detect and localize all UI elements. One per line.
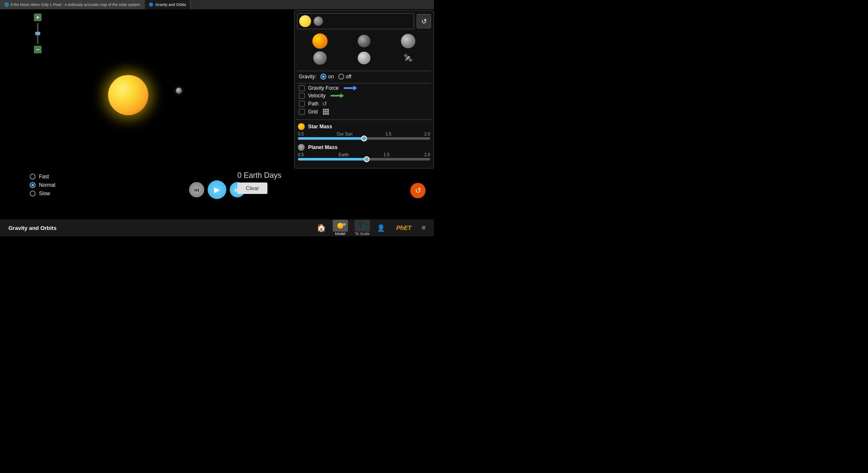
star-mass-max15-label: 1.5	[386, 132, 392, 136]
path-row[interactable]: Path ↺	[299, 100, 429, 107]
model-planet-mini	[343, 223, 345, 226]
object-option-planet2[interactable]	[401, 34, 415, 48]
gravity-label: Gravity:	[299, 74, 316, 80]
reload-icon-button[interactable]: ↺	[410, 183, 426, 198]
panel-separator-2	[297, 83, 431, 83]
grid-label: Grid	[308, 109, 318, 115]
model-label: Model	[335, 232, 346, 236]
object-option-planet4[interactable]	[358, 52, 370, 64]
zoom-in-button[interactable]: +	[34, 14, 42, 21]
control-panel: ↺ 🛰 Gravity:	[294, 10, 434, 121]
speed-fast-radio[interactable]	[30, 174, 36, 180]
tab-moon-pixel[interactable]: 🌐 If the Moon Were Only 1 Pixel - A tedi…	[0, 0, 145, 9]
browser-tabs-bar: 🌐 If the Moon Were Only 1 Pixel - A tedi…	[0, 0, 434, 9]
mass-section: Star Mass 0.5 Our Sun 1.5 2.0 Planet Mas…	[294, 119, 434, 169]
speed-slow-label: Slow	[39, 191, 50, 196]
zoom-controls: + −	[34, 14, 42, 53]
app-title: Gravity and Orbits	[8, 225, 56, 231]
star-mass-slider-handle[interactable]	[361, 136, 367, 141]
gravity-force-label: Gravity Force	[308, 85, 339, 91]
object-option-satellite[interactable]: 🛰	[401, 50, 416, 66]
bottom-nav-bar: Gravity and Orbits 🏠 Model 🌑 To Scale 👤 …	[0, 219, 434, 236]
gravity-on-radio[interactable]	[320, 74, 326, 80]
velocity-row[interactable]: Velocity	[299, 93, 429, 99]
star-mass-slider-track[interactable]	[298, 137, 430, 140]
star-mass-slider-fill	[298, 137, 364, 140]
gravity-on-label: on	[328, 74, 334, 80]
gravity-on-group[interactable]: on	[320, 74, 334, 80]
object-options-grid: 🛰	[297, 32, 431, 67]
tab-gravity-orbits-label: Gravity and Orbits	[155, 3, 186, 7]
gravity-toggle-row: Gravity: on off	[297, 73, 431, 80]
speed-fast-option[interactable]: Fast	[30, 174, 56, 180]
object-option-star[interactable]	[312, 33, 328, 49]
planet-mass-min-label: 0.5	[298, 152, 304, 157]
zoom-handle[interactable]	[35, 32, 40, 35]
toscale-view-bg: 🌑	[355, 220, 370, 232]
tab-gravity-orbits[interactable]: 🔵 Gravity and Orbits	[145, 0, 191, 9]
velocity-checkbox[interactable]	[299, 93, 305, 99]
planet-mass-slider-fill	[298, 158, 364, 160]
selected-planet-icon	[314, 17, 323, 26]
planet-mass-mid-label: Earth	[339, 152, 349, 157]
panel-separator-1	[297, 71, 431, 71]
grid-icon	[323, 109, 329, 115]
gravity-force-checkbox[interactable]	[299, 85, 305, 91]
play-button[interactable]: ▶	[208, 180, 226, 199]
star-mass-icon	[298, 123, 305, 130]
nav-toscale-item[interactable]: 🌑 To Scale	[355, 220, 370, 236]
star-mass-row: Star Mass 0.5 Our Sun 1.5 2.0	[298, 123, 430, 140]
model-sun-mini	[337, 223, 343, 229]
planet-body[interactable]	[176, 88, 182, 94]
star-mass-max-label: 2.0	[424, 132, 430, 136]
nav-icons: 🏠 Model 🌑 To Scale 👤 PhET ≡	[317, 220, 426, 236]
velocity-label: Velocity	[308, 93, 326, 99]
grid-checkbox[interactable]	[299, 109, 305, 115]
gravity-off-radio[interactable]	[338, 74, 344, 80]
planet-mass-label: Planet Mass	[308, 144, 337, 150]
speed-controls: Fast Normal Slow	[30, 174, 56, 199]
rewind-button[interactable]: ⏮	[189, 182, 204, 197]
home-icon: 🏠	[317, 223, 326, 232]
speed-normal-label: Normal	[39, 182, 56, 188]
zoom-track[interactable]	[37, 23, 39, 44]
menu-icon[interactable]: ≡	[422, 224, 426, 232]
speed-fast-label: Fast	[39, 174, 49, 180]
planet-mass-icon	[298, 144, 305, 151]
clear-button[interactable]: Clear	[237, 183, 267, 194]
gravity-force-arrow-icon	[344, 87, 356, 89]
tab-gravity-orbits-icon: 🔵	[149, 3, 153, 7]
object-selector-row: ↺	[297, 13, 431, 29]
nav-home-item[interactable]: 🏠	[317, 223, 326, 232]
speed-slow-option[interactable]: Slow	[30, 191, 56, 196]
tab-moon-pixel-label: If the Moon Were Only 1 Pixel - A tediou…	[11, 3, 140, 7]
planet-mass-max-label: 2.0	[424, 152, 430, 157]
reset-button[interactable]: ↺	[417, 14, 431, 28]
gravity-off-group[interactable]: off	[338, 74, 351, 80]
selected-sun-icon	[299, 15, 311, 27]
gravity-force-row[interactable]: Gravity Force	[299, 85, 429, 91]
user-icon[interactable]: 👤	[377, 224, 385, 232]
zoom-out-button[interactable]: −	[34, 46, 42, 53]
planet-mass-slider-track[interactable]	[298, 158, 430, 160]
model-view-bg	[333, 220, 348, 232]
object-option-planet1[interactable]	[358, 35, 370, 47]
earth-days-value: 0 Earth Days	[237, 171, 281, 180]
gravity-off-label: off	[346, 74, 351, 80]
phet-logo: PhET	[396, 224, 412, 231]
simulation-area[interactable]: + − ↺	[0, 9, 434, 219]
toscale-label: To Scale	[355, 232, 370, 236]
selected-objects-display	[297, 13, 414, 29]
speed-slow-radio[interactable]	[30, 191, 36, 196]
earth-days-display: 0 Earth Days Clear	[237, 171, 281, 194]
planet-mass-max15-label: 1.5	[384, 152, 389, 157]
speed-normal-option[interactable]: Normal	[30, 182, 56, 188]
nav-model-item[interactable]: Model	[333, 220, 348, 236]
object-option-planet3[interactable]	[313, 51, 327, 65]
grid-row[interactable]: Grid	[299, 109, 429, 115]
sun-body[interactable]	[108, 75, 148, 115]
planet-mass-slider-handle[interactable]	[364, 156, 370, 162]
speed-normal-radio[interactable]	[30, 182, 36, 188]
star-mass-label-row: Star Mass	[298, 123, 430, 130]
path-checkbox[interactable]	[299, 101, 305, 107]
